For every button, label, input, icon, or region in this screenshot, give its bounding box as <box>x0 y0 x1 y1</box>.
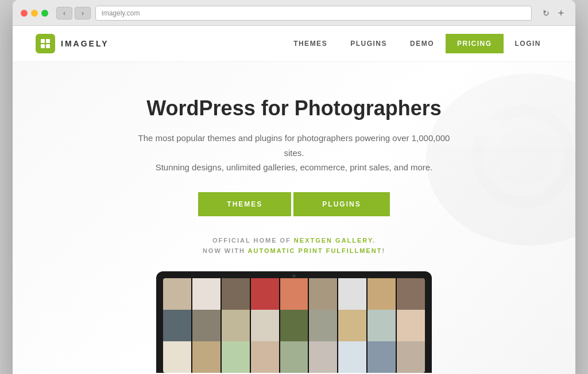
official-suffix: . <box>373 237 376 244</box>
browser-window: ‹ › imagely.com ↻ + IMA <box>13 0 575 374</box>
new-tab-button[interactable]: + <box>555 7 567 20</box>
nav-themes[interactable]: THEMES <box>282 34 339 53</box>
svg-point-6 <box>495 128 552 185</box>
print-link[interactable]: AUTOMATIC PRINT FULFILLMENT <box>248 247 382 254</box>
photo-3 <box>222 278 250 310</box>
themes-button[interactable]: THEMES <box>198 192 291 216</box>
nav-buttons: ‹ › <box>56 7 91 20</box>
nextgen-link[interactable]: NEXTGEN GALLERY <box>294 237 373 244</box>
back-button[interactable]: ‹ <box>56 7 72 20</box>
url-text: imagely.com <box>102 9 140 17</box>
url-bar[interactable]: imagely.com <box>95 6 532 21</box>
photo-2 <box>192 278 220 310</box>
photo-6 <box>309 278 337 310</box>
photo-1 <box>163 278 191 310</box>
photo-grid-row3 <box>163 341 425 373</box>
photo-10 <box>163 310 191 341</box>
photo-25 <box>338 341 366 373</box>
photo-4 <box>251 278 279 310</box>
traffic-lights <box>21 10 48 17</box>
photo-7 <box>338 278 366 310</box>
photo-16 <box>338 310 366 341</box>
nav-pricing[interactable]: PRICING <box>446 34 504 53</box>
svg-rect-0 <box>41 39 45 43</box>
photo-22 <box>251 341 279 373</box>
nowwith-suffix: ! <box>382 247 385 254</box>
laptop-container <box>36 271 552 373</box>
nav-login[interactable]: LOGIN <box>504 34 553 53</box>
logo-icon <box>36 34 55 53</box>
refresh-button[interactable]: ↻ <box>540 7 552 20</box>
photo-19 <box>163 341 191 373</box>
laptop-mockup <box>156 271 432 373</box>
now-with-text: NOW WITH AUTOMATIC PRINT FULFILLMENT! <box>36 247 552 254</box>
svg-rect-7 <box>472 119 501 137</box>
forward-button[interactable]: › <box>75 7 91 20</box>
photo-15 <box>309 310 337 341</box>
svg-rect-3 <box>46 44 50 48</box>
close-button[interactable] <box>21 10 28 17</box>
svg-rect-2 <box>41 44 45 48</box>
subtitle-line2: Stunning designs, unlimited galleries, e… <box>156 162 433 172</box>
photo-grid-row2 <box>163 310 425 341</box>
photo-23 <box>280 341 308 373</box>
photo-24 <box>309 341 337 373</box>
photo-27 <box>397 341 425 373</box>
logo-text: IMAGELY <box>61 39 109 48</box>
photo-18 <box>397 310 425 341</box>
subtitle-line1: The most popular themes and plugins for … <box>138 133 450 158</box>
photo-26 <box>368 341 396 373</box>
page-content: IMAGELY THEMES PLUGINS DEMO PRICING LOGI… <box>13 26 575 374</box>
nav-plugins[interactable]: PLUGINS <box>339 34 399 53</box>
hero-section: WordPress for Photographers The most pop… <box>13 62 575 374</box>
maximize-button[interactable] <box>41 10 48 17</box>
photo-9 <box>397 278 425 310</box>
hero-buttons: THEMES PLUGINS <box>36 192 552 216</box>
laptop-camera <box>292 274 296 278</box>
browser-chrome: ‹ › imagely.com ↻ + <box>13 0 575 26</box>
hero-subtitle: The most popular themes and plugins for … <box>133 131 455 175</box>
photo-grid-row1 <box>163 278 425 310</box>
logo: IMAGELY <box>36 34 109 53</box>
logo-svg <box>40 38 51 49</box>
photo-11 <box>192 310 220 341</box>
official-prefix: OFFICIAL HOME OF <box>212 237 294 244</box>
photo-17 <box>368 310 396 341</box>
plugins-button[interactable]: PLUGINS <box>293 192 389 216</box>
minimize-button[interactable] <box>31 10 38 17</box>
official-text: OFFICIAL HOME OF NEXTGEN GALLERY. <box>36 237 552 244</box>
photo-5 <box>280 278 308 310</box>
nav-demo[interactable]: DEMO <box>399 34 446 53</box>
photo-14 <box>280 310 308 341</box>
photo-21 <box>222 341 250 373</box>
photo-8 <box>368 278 396 310</box>
svg-rect-1 <box>46 39 50 43</box>
photo-13 <box>251 310 279 341</box>
photo-12 <box>222 310 250 341</box>
navbar: IMAGELY THEMES PLUGINS DEMO PRICING LOGI… <box>13 26 575 62</box>
photo-20 <box>192 341 220 373</box>
browser-actions: ↻ + <box>540 7 567 20</box>
nowwith-prefix: NOW WITH <box>203 247 248 254</box>
hero-heading: WordPress for Photographers <box>36 96 552 120</box>
laptop-screen <box>163 278 425 373</box>
nav-links: THEMES PLUGINS DEMO PRICING LOGIN <box>282 34 552 53</box>
